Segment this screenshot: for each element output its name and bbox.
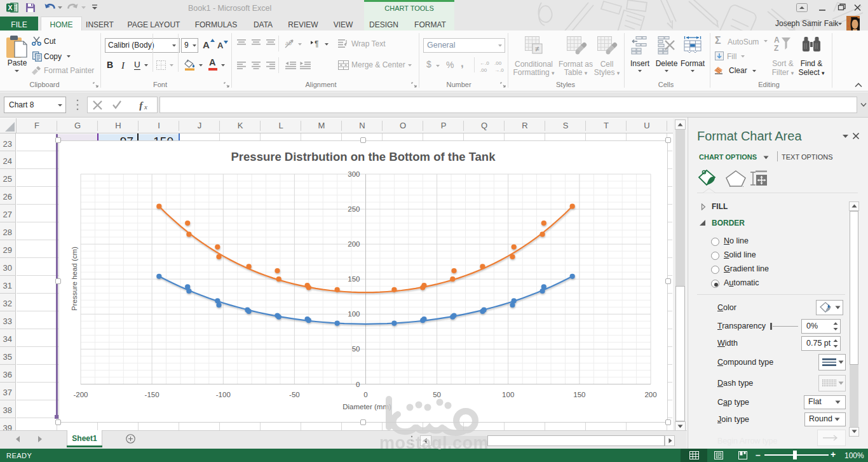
svg-text:50: 50 [351, 345, 360, 353]
svg-text:100: 100 [502, 390, 514, 398]
svg-text:-100: -100 [215, 390, 230, 398]
svg-text:Z: Z [774, 44, 778, 52]
svg-text:Pressure head (cm): Pressure head (cm) [70, 246, 78, 310]
svg-text:150: 150 [573, 390, 585, 398]
svg-text:-150: -150 [144, 390, 159, 398]
svg-text:150: 150 [348, 275, 360, 283]
svg-text:X: X [8, 4, 12, 11]
svg-text:ab: ab [285, 40, 292, 46]
svg-text:200: 200 [644, 390, 656, 398]
svg-text:mostaql.com: mostaql.com [379, 433, 489, 449]
svg-text:¶: ¶ [315, 39, 318, 48]
svg-text:100: 100 [348, 310, 360, 318]
svg-text:-200: -200 [73, 390, 88, 398]
svg-text:0: 0 [363, 390, 367, 398]
svg-text:≠: ≠ [535, 44, 539, 53]
svg-text:-50: -50 [289, 390, 300, 398]
svg-text:300: 300 [348, 170, 360, 178]
svg-text:200: 200 [348, 240, 360, 248]
svg-text:Pressure Distrbution on the Bo: Pressure Distrbution on the Bottom of th… [231, 149, 496, 163]
svg-text:250: 250 [348, 205, 360, 213]
svg-text:A: A [774, 36, 780, 44]
svg-text:f: f [139, 100, 144, 111]
svg-text:0: 0 [356, 380, 360, 388]
svg-text:x: x [144, 103, 147, 111]
